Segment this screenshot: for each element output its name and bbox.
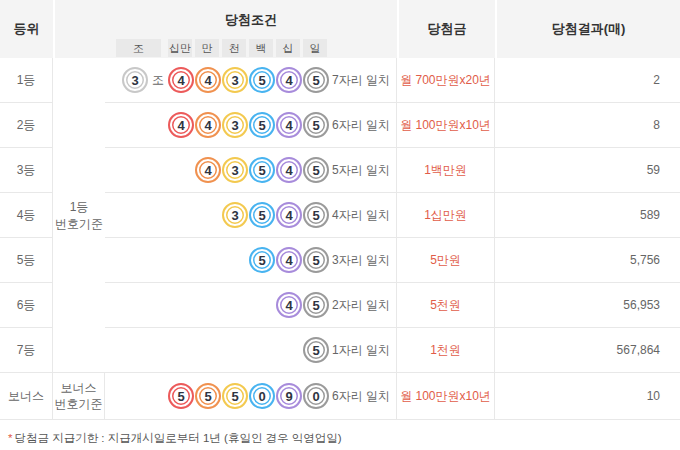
ball-sip: 4 [276, 157, 302, 183]
ball-man: 4 [195, 112, 221, 138]
ball-il: 5 [303, 112, 329, 138]
ball-row: 5 5 5 0 9 0 [105, 373, 331, 419]
prize-cell: 1십만원 [397, 193, 495, 238]
ball-il: 5 [303, 157, 329, 183]
rank-cell: 7등 [0, 328, 53, 373]
ball-row: 5 4 5 [105, 238, 331, 282]
condition-cell: 5 5 5 0 9 0 6자리 일치 [105, 373, 397, 420]
ball-baek: 0 [249, 383, 275, 409]
ball-man: 4 [195, 157, 221, 183]
prize-cell: 5만원 [397, 238, 495, 283]
ball-man: 5 [195, 383, 221, 409]
first-prize-basis-cell: 1등 번호기준 [53, 58, 105, 373]
ball-cheon: 3 [222, 67, 248, 93]
ball-row: 5 [105, 328, 331, 372]
prize-cell: 5천원 [397, 283, 495, 328]
payment-deadline-footnote: *당첨금 지급기한 : 지급개시일로부터 1년 (휴일인 경우 익영업일) [0, 431, 680, 446]
bonus-basis-line2: 번호기준 [55, 396, 103, 412]
ball-cheon: 3 [222, 112, 248, 138]
prize-cell: 1백만원 [397, 148, 495, 193]
condition-cell: 4 5 2자리 일치 [105, 283, 397, 328]
condition-cell: 5 4 5 3자리 일치 [105, 238, 397, 283]
match-condition-label: 7자리 일치 [332, 58, 396, 102]
footnote-text: 당첨금 지급기한 : 지급개시일로부터 1년 (휴일인 경우 익영업일) [14, 432, 341, 444]
header-prize: 당첨금 [399, 0, 495, 58]
ball-row: 3 조 4 4 3 5 4 5 [105, 58, 331, 102]
ball-cheon: 5 [222, 383, 248, 409]
match-condition-label: 2자리 일치 [332, 283, 396, 327]
unit-labels-row: 조 십만 만 천 백 십 일 [116, 39, 327, 57]
ball-row: 4 5 [105, 283, 331, 327]
jo-suffix-label: 조 [152, 72, 164, 89]
footnote-asterisk: * [8, 432, 12, 444]
match-condition-label: 4자리 일치 [332, 193, 396, 237]
condition-cell: 4 3 5 4 5 5자리 일치 [105, 148, 397, 193]
condition-cell: 5 1자리 일치 [105, 328, 397, 373]
ball-row: 3 5 4 5 [105, 193, 331, 237]
bonus-basis-line1: 보너스 [61, 380, 97, 396]
match-condition-label: 3자리 일치 [332, 238, 396, 282]
ball-baek: 5 [249, 112, 275, 138]
header-result: 당첨결과(매) [497, 0, 680, 58]
unit-label-jo: 조 [116, 39, 161, 57]
ball-sip: 4 [276, 292, 302, 318]
ball-baek: 5 [249, 67, 275, 93]
unit-label-il: 일 [303, 39, 327, 57]
match-condition-label: 6자리 일치 [332, 103, 396, 147]
prize-cell: 월 700만원x20년 [397, 58, 495, 103]
ball-sip: 9 [276, 383, 302, 409]
first-prize-basis-line1: 1등 [70, 199, 89, 215]
ball-il: 0 [303, 383, 329, 409]
rank-cell: 4등 [0, 193, 53, 238]
unit-label-man: 만 [195, 39, 219, 57]
table-header: 등위 당첨조건 조 십만 만 천 백 십 일 당첨금 당첨결과(매) [0, 0, 680, 58]
result-count-cell: 59 [495, 148, 680, 193]
match-condition-label: 5자리 일치 [332, 148, 396, 192]
ball-il: 5 [303, 202, 329, 228]
ball-il: 5 [303, 292, 329, 318]
prize-cell: 월 100만원x10년 [397, 373, 495, 420]
ball-row: 4 3 5 4 5 [105, 148, 331, 192]
ball-baek: 5 [249, 202, 275, 228]
condition-cell: 3 조 4 4 3 5 4 5 7자리 일치 [105, 58, 397, 103]
ball-sip: 4 [276, 247, 302, 273]
ball-man: 4 [195, 67, 221, 93]
prize-cell: 월 100만원x10년 [397, 103, 495, 148]
ball-cheon: 3 [222, 202, 248, 228]
ball-il: 5 [303, 67, 329, 93]
result-count-cell: 10 [495, 373, 680, 420]
unit-label-sip: 십 [276, 39, 300, 57]
rank-cell: 5등 [0, 238, 53, 283]
rank-cell: 1등 [0, 58, 53, 103]
condition-cell: 3 5 4 5 4자리 일치 [105, 193, 397, 238]
ball-baek: 5 [249, 157, 275, 183]
unit-label-sipman: 십만 [168, 39, 192, 57]
ball-cheon: 3 [222, 157, 248, 183]
ball-baek: 5 [249, 247, 275, 273]
ball-sip: 4 [276, 67, 302, 93]
lottery-result-panel: 등위 당첨조건 조 십만 만 천 백 십 일 당첨금 당첨결과(매) 1등 3 [0, 0, 680, 450]
first-prize-basis-line2: 번호기준 [55, 216, 103, 232]
ball-sipman: 4 [168, 67, 194, 93]
result-count-cell: 56,953 [495, 283, 680, 328]
rank-cell: 2등 [0, 103, 53, 148]
ball-sipman: 4 [168, 112, 194, 138]
match-condition-label: 1자리 일치 [332, 328, 396, 372]
rank-cell: 보너스 [0, 373, 53, 420]
ball-row: 4 4 3 5 4 5 [105, 103, 331, 147]
bonus-basis-cell: 보너스 번호기준 [53, 373, 105, 420]
prize-cell: 1천원 [397, 328, 495, 373]
unit-label-cheon: 천 [222, 39, 246, 57]
match-condition-label: 6자리 일치 [332, 373, 396, 419]
ball-il: 5 [303, 337, 329, 363]
ball-sipman: 5 [168, 383, 194, 409]
table-body: 1등 3 조 4 4 3 5 4 5 7자리 일치 월 700만원x20년 2 [0, 58, 680, 420]
header-condition: 당첨조건 조 십만 만 천 백 십 일 [55, 0, 397, 58]
ball-il: 5 [303, 247, 329, 273]
header-rank: 등위 [0, 0, 53, 58]
table-row-bonus: 보너스 보너스 번호기준 5 5 5 0 9 0 6자리 일치 월 100만원x… [0, 373, 680, 420]
rank-cell: 6등 [0, 283, 53, 328]
unit-label-baek: 백 [249, 39, 273, 57]
condition-cell: 4 4 3 5 4 5 6자리 일치 [105, 103, 397, 148]
result-count-cell: 589 [495, 193, 680, 238]
